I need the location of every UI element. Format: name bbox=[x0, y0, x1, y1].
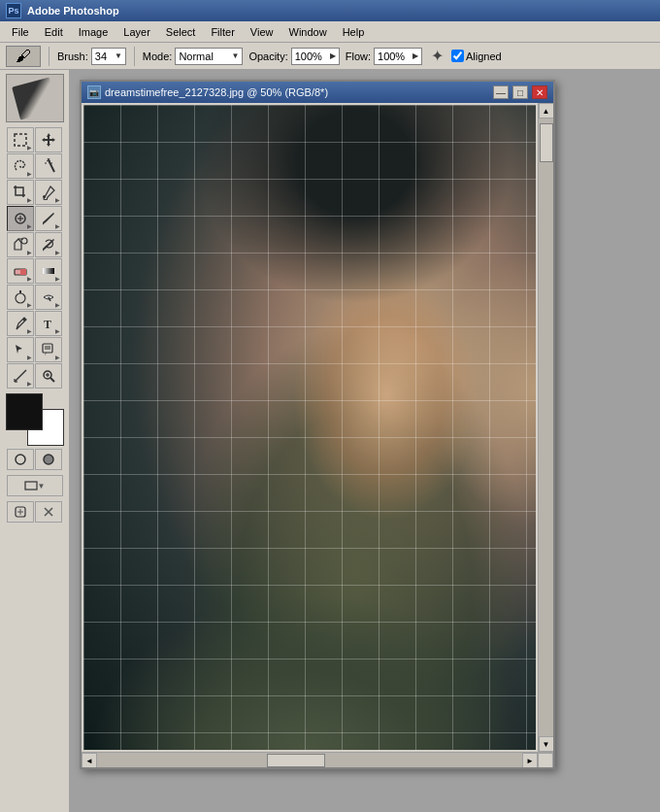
scroll-down-btn[interactable]: ▼ bbox=[539, 736, 554, 752]
extra-tool[interactable] bbox=[35, 501, 62, 523]
scroll-track-horizontal[interactable] bbox=[97, 753, 522, 767]
tool-row-10: ▶ bbox=[4, 363, 65, 389]
flow-option: Flow: 100% ▶ bbox=[346, 48, 422, 65]
tool-gradient[interactable]: ▶ bbox=[35, 258, 62, 284]
opacity-value: 100% bbox=[295, 51, 322, 62]
brush-size-value: 34 bbox=[95, 51, 107, 62]
main-area: ▶ ▶ ▶ ▶ bbox=[0, 70, 660, 812]
tool-eyedropper[interactable]: ▶ bbox=[35, 180, 62, 205]
scroll-left-btn[interactable]: ◄ bbox=[82, 753, 97, 767]
tool-dodge[interactable]: ▶ bbox=[7, 285, 34, 310]
tool-row-2: ▶ bbox=[4, 153, 65, 179]
brush-size-display[interactable]: 34 ▼ bbox=[91, 48, 126, 65]
menu-filter[interactable]: Filter bbox=[203, 24, 242, 40]
mode-dropdown[interactable]: Normal ▼ bbox=[175, 48, 243, 65]
menu-file[interactable]: File bbox=[4, 24, 37, 40]
tool-annotation[interactable]: ▶ bbox=[35, 337, 62, 362]
scroll-thumb-horizontal[interactable] bbox=[267, 754, 325, 767]
scroll-right-btn[interactable]: ► bbox=[522, 753, 538, 767]
flow-label: Flow: bbox=[346, 51, 371, 62]
quick-mask-btn[interactable] bbox=[35, 449, 62, 470]
window-maximize-btn[interactable]: □ bbox=[512, 85, 528, 99]
svg-point-12 bbox=[23, 319, 26, 321]
tool-brush[interactable]: ▶ bbox=[35, 206, 62, 231]
tool-eraser[interactable]: ▶ bbox=[7, 258, 34, 284]
aligned-label: Aligned bbox=[466, 51, 502, 62]
opacity-option: Opacity: 100% ▶ bbox=[248, 48, 339, 65]
canvas-area: 📷 dreamstimefree_2127328.jpg @ 50% (RGB/… bbox=[70, 70, 660, 812]
image-area[interactable] bbox=[83, 105, 536, 750]
brush-shape bbox=[12, 77, 58, 119]
tool-measure[interactable]: ▶ bbox=[7, 363, 34, 389]
tool-row-4: ▶ ▶ bbox=[4, 206, 65, 231]
standard-mode-btn[interactable] bbox=[7, 449, 34, 470]
tool-row-6: ▶ ▶ bbox=[4, 258, 65, 284]
mode-row-3 bbox=[4, 501, 65, 523]
window-close-btn[interactable]: ✕ bbox=[532, 85, 547, 99]
menu-help[interactable]: Help bbox=[335, 24, 373, 40]
svg-point-2 bbox=[43, 195, 46, 198]
svg-rect-0 bbox=[15, 134, 26, 146]
tool-row-8: ▶ T ▶ bbox=[4, 311, 65, 336]
tool-magic-wand[interactable] bbox=[35, 153, 62, 179]
tool-text[interactable]: T ▶ bbox=[35, 311, 62, 336]
menu-edit[interactable]: Edit bbox=[37, 24, 71, 40]
window-minimize-btn[interactable]: — bbox=[493, 85, 509, 99]
tool-crop[interactable]: ▶ bbox=[7, 180, 34, 205]
horizontal-scrollbar[interactable]: ◄ ► bbox=[82, 752, 553, 767]
tool-smudge[interactable]: ▶ bbox=[35, 285, 62, 310]
tool-history-brush[interactable]: ▶ bbox=[35, 232, 62, 257]
svg-line-21 bbox=[50, 378, 54, 382]
svg-rect-9 bbox=[43, 268, 54, 274]
screen-mode-normal[interactable]: ▼ bbox=[7, 475, 63, 496]
svg-text:T: T bbox=[44, 318, 51, 331]
current-tool-display: 🖌 bbox=[6, 46, 41, 67]
scroll-up-btn[interactable]: ▲ bbox=[539, 103, 554, 118]
document-titlebar[interactable]: 📷 dreamstimefree_2127328.jpg @ 50% (RGB/… bbox=[82, 82, 553, 103]
menu-select[interactable]: Select bbox=[158, 24, 204, 40]
svg-point-10 bbox=[16, 293, 25, 303]
vertical-scrollbar[interactable]: ▲ ▼ bbox=[538, 103, 553, 752]
color-section bbox=[6, 393, 64, 446]
menu-image[interactable]: Image bbox=[71, 24, 116, 40]
tool-zoom[interactable] bbox=[35, 363, 62, 389]
menu-view[interactable]: View bbox=[243, 24, 281, 40]
menu-layer[interactable]: Layer bbox=[116, 24, 158, 40]
brush-dropdown-arrow[interactable]: ▼ bbox=[115, 51, 122, 60]
aligned-option: Aligned bbox=[451, 50, 502, 62]
tool-move[interactable] bbox=[35, 127, 62, 152]
svg-point-24 bbox=[16, 455, 25, 464]
tool-clone[interactable]: ▶ bbox=[7, 232, 34, 257]
jump-to-imageready[interactable] bbox=[7, 501, 34, 523]
scroll-thumb-vertical[interactable] bbox=[540, 123, 553, 162]
image-canvas bbox=[83, 105, 536, 750]
canvas-scroll-container: ▲ ▼ ◄ ► bbox=[82, 103, 553, 767]
mode-row-1 bbox=[4, 449, 65, 470]
title-bar: Ps Adobe Photoshop bbox=[0, 0, 660, 21]
aligned-checkbox[interactable] bbox=[451, 50, 464, 62]
tool-pen[interactable]: ▶ bbox=[7, 311, 34, 336]
svg-line-17 bbox=[15, 370, 26, 382]
opacity-input[interactable]: 100% ▶ bbox=[291, 48, 340, 65]
tool-heal[interactable]: ▶ bbox=[7, 206, 34, 231]
tool-row-9: ▶ ▶ bbox=[4, 337, 65, 362]
document-window: 📷 dreamstimefree_2127328.jpg @ 50% (RGB/… bbox=[80, 80, 555, 769]
scroll-corner bbox=[538, 753, 553, 767]
airbrush-icon[interactable]: ✦ bbox=[428, 48, 446, 65]
flow-arrow: ▶ bbox=[412, 51, 418, 60]
scroll-track-vertical[interactable] bbox=[539, 118, 554, 736]
svg-point-6 bbox=[21, 238, 27, 244]
tool-lasso[interactable]: ▶ bbox=[7, 153, 34, 179]
tool-row-7: ▶ ▶ bbox=[4, 285, 65, 310]
options-bar: 🖌 Brush: 34 ▼ Mode: Normal ▼ Opacity: 10… bbox=[0, 43, 660, 70]
toolbox: ▶ ▶ ▶ ▶ bbox=[0, 70, 70, 812]
foreground-color-swatch[interactable] bbox=[6, 393, 43, 430]
menu-window[interactable]: Window bbox=[281, 24, 335, 40]
flow-input[interactable]: 100% ▶ bbox=[374, 48, 422, 65]
tool-marquee[interactable]: ▶ bbox=[7, 127, 34, 152]
tool-row-5: ▶ ▶ bbox=[4, 232, 65, 257]
app-title: Adobe Photoshop bbox=[27, 5, 119, 17]
mode-value: Normal bbox=[179, 51, 213, 62]
separator-2 bbox=[134, 47, 135, 66]
tool-path-select[interactable]: ▶ bbox=[7, 337, 34, 362]
